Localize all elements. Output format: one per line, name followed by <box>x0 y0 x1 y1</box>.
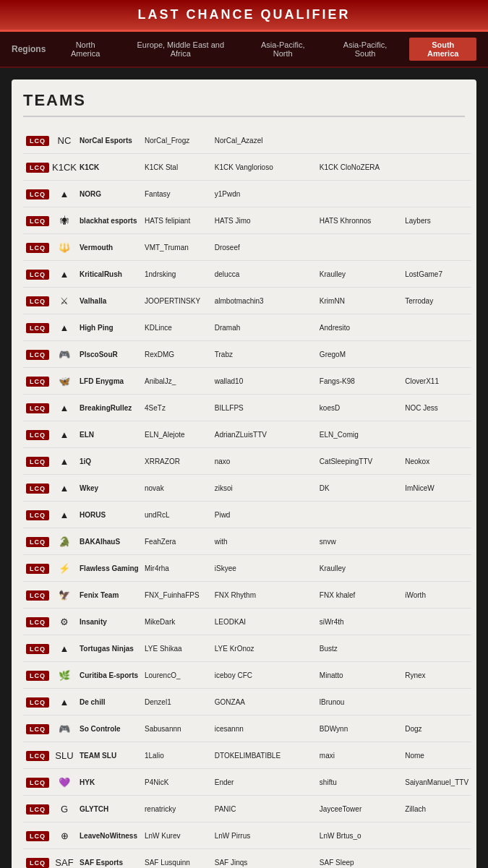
player-name: SAF Lusquinn <box>142 849 212 869</box>
region-aps[interactable]: Asia-Pacific, South <box>327 38 404 61</box>
team-logo: ▲ <box>52 475 77 502</box>
team-name: TEAM SLU <box>77 742 142 769</box>
player-name: LnW Brtus_o <box>317 822 402 849</box>
player-name: Fangs-K98 <box>317 368 402 395</box>
player-name: LourencO_ <box>142 662 212 689</box>
player-name: Dramah <box>212 314 317 341</box>
player-name: K1CK CloNoZERA <box>317 154 402 181</box>
player-name: SaiyanManuel_TTV <box>402 769 471 796</box>
player-name: novak <box>142 475 212 502</box>
player-name: GregoM <box>317 341 402 368</box>
player-name: Bustz <box>317 635 402 662</box>
player-name <box>402 528 471 555</box>
player-name: Trabz <box>212 341 317 368</box>
team-logo: 🐊 <box>52 528 77 555</box>
lcq-badge: LCQ <box>23 796 52 822</box>
player-name: Terroday <box>402 288 471 314</box>
team-name: LeaveNoWitness <box>77 822 142 849</box>
player-name: P4NicK <box>142 769 212 796</box>
team-name: Wkey <box>77 475 142 502</box>
player-name <box>317 127 402 154</box>
lcq-badge: LCQ <box>23 716 52 742</box>
team-logo: 🦋 <box>52 368 77 395</box>
team-logo: ▲ <box>52 261 77 288</box>
player-name: 1Lalio <box>142 742 212 769</box>
lcq-badge: LCQ <box>23 181 52 207</box>
lcq-badge: LCQ <box>23 395 52 421</box>
player-name: naxo <box>212 448 317 475</box>
player-name <box>402 314 471 341</box>
player-name: K1CK Vanglorioso <box>212 154 317 181</box>
region-north-america[interactable]: North America <box>54 38 116 61</box>
team-logo: 🎮 <box>52 341 77 368</box>
table-row: LCQ⊕LeaveNoWitnessLnW KurevLnW PirrusLnW… <box>23 822 471 849</box>
team-logo: 🎮 <box>52 716 77 742</box>
player-name <box>317 181 402 207</box>
player-name <box>402 555 471 582</box>
lcq-badge: LCQ <box>23 288 52 314</box>
player-name <box>317 502 402 528</box>
team-logo: ⊕ <box>52 822 77 849</box>
region-emea[interactable]: Europe, Middle East and Africa <box>122 38 239 61</box>
table-row: LCQ⚙InsanityMikeDarkLEODKAIsiWr4th <box>23 609 471 635</box>
player-name: AnibalJz_ <box>142 368 212 395</box>
player-name: LostGame7 <box>402 261 471 288</box>
player-name: JayceeTower <box>317 796 402 822</box>
lcq-badge: LCQ <box>23 582 52 609</box>
team-name: blackhat esports <box>77 207 142 234</box>
team-name: So Controle <box>77 716 142 742</box>
player-name: Sabusannn <box>142 716 212 742</box>
table-row: LCQ⚡Flawless GamingMir4rhaiSkyeeKraulley <box>23 555 471 582</box>
player-name: GONZAA <box>212 689 317 716</box>
player-name: K1CK Stal <box>142 154 212 181</box>
team-name: SAF Esports <box>77 849 142 869</box>
region-apn[interactable]: Asia-Pacific, North <box>245 38 321 61</box>
lcq-badge: LCQ <box>23 234 52 261</box>
lcq-badge: LCQ <box>23 822 52 849</box>
region-south-america[interactable]: South America <box>409 38 476 61</box>
player-name: CloverX11 <box>402 368 471 395</box>
team-name: HORUS <box>77 502 142 528</box>
player-name: FeahZera <box>142 528 212 555</box>
player-name: with <box>212 528 317 555</box>
player-name: AdrianZLuisTTV <box>212 421 317 448</box>
player-name: Ender <box>212 769 317 796</box>
team-logo: 🌿 <box>52 662 77 689</box>
player-name: ELN_Comig <box>317 421 402 448</box>
team-logo: 🕷 <box>52 207 77 234</box>
player-name: NorCal_Azazel <box>212 127 317 154</box>
player-name <box>402 822 471 849</box>
player-name: KDLince <box>142 314 212 341</box>
table-row: LCQ▲NORGFantasyy1Pwdn <box>23 181 471 207</box>
team-logo: 💜 <box>52 769 77 796</box>
table-row: LCQ🐊BAKAlhauSFeahZerawithsnvw <box>23 528 471 555</box>
team-name: KriticalRush <box>77 261 142 288</box>
player-name: Fantasy <box>142 181 212 207</box>
player-name <box>402 609 471 635</box>
team-logo: ▲ <box>52 181 77 207</box>
header-banner: LAST CHANCE QUALIFIER <box>0 0 488 32</box>
team-name: LFD Enygma <box>77 368 142 395</box>
team-logo: K1CK <box>52 154 77 181</box>
player-name: SAF Sleep <box>317 849 402 869</box>
lcq-badge: LCQ <box>23 609 52 635</box>
player-name: Minatto <box>317 662 402 689</box>
player-name: delucca <box>212 261 317 288</box>
team-name: Flawless Gaming <box>77 555 142 582</box>
player-name: BILLFPS <box>212 395 317 421</box>
team-logo: NC <box>52 127 77 154</box>
player-name: LnW Pirrus <box>212 822 317 849</box>
player-name: NorCal_Frogz <box>142 127 212 154</box>
player-name: VMT_Truman <box>142 234 212 261</box>
player-name: LYE Shikaa <box>142 635 212 662</box>
table-row: LCQ▲Tortugas NinjasLYE ShikaaLYE KrOnozB… <box>23 635 471 662</box>
lcq-badge: LCQ <box>23 154 52 181</box>
player-name: Droseef <box>212 234 317 261</box>
lcq-badge: LCQ <box>23 314 52 341</box>
team-name: Curitiba E-sports <box>77 662 142 689</box>
table-row: LCQ🎮PlscoSouRRexDMGTrabzGregoM <box>23 341 471 368</box>
table-row: LCQK1CKK1CKK1CK StalK1CK VangloriosoK1CK… <box>23 154 471 181</box>
player-name: HATS felipiant <box>142 207 212 234</box>
table-row: LCQ▲1iQXRRAZORnaxoCatSleepingTTVNeokox <box>23 448 471 475</box>
table-row: LCQ▲BreakingRullez4SeTzBILLFPSkoesDNOC J… <box>23 395 471 421</box>
